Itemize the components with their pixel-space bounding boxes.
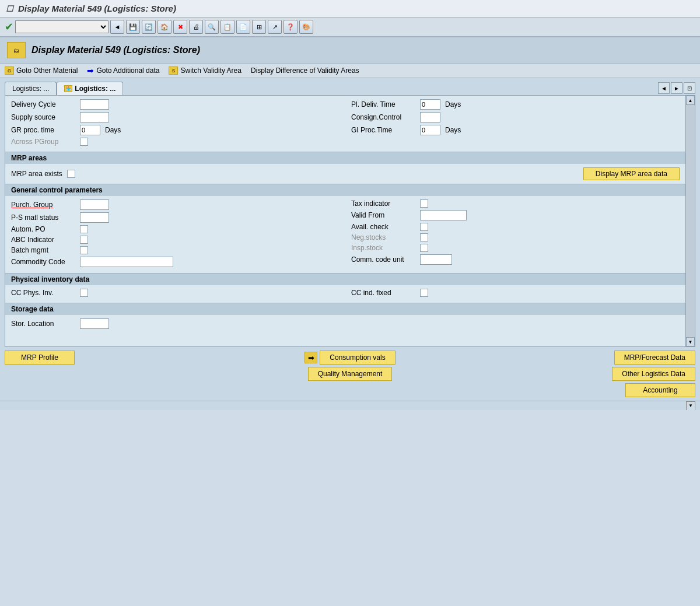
cc-ind-fixed-label: CC ind. fixed	[351, 289, 415, 297]
valid-from-label: Valid From	[351, 211, 415, 219]
neg-stocks-row: Neg.stocks	[351, 233, 680, 241]
refresh-btn[interactable]: 🔄	[142, 20, 156, 34]
app-header-title: Display Material 549 (Logistics: Store)	[32, 45, 200, 55]
back-btn[interactable]: ◄	[110, 20, 124, 34]
avail-check-label: Avail. check	[351, 223, 415, 231]
insp-stock-row: Insp.stock	[351, 244, 680, 252]
stor-location-input[interactable]	[80, 318, 109, 329]
nav-btn[interactable]: ↗	[268, 20, 282, 34]
home-btn[interactable]: 🏠	[158, 20, 172, 34]
cc-phys-inv-row: CC Phys. Inv.	[11, 289, 340, 297]
mrp-forecast-data-btn[interactable]: MRP/Forecast Data	[614, 351, 695, 365]
autom-po-row: Autom. PO	[11, 225, 340, 233]
general-control-section: General control parameters Purch. Group …	[5, 184, 685, 274]
green-check-icon[interactable]: ✔	[5, 20, 13, 33]
menu-goto-additional-label: Goto Additional data	[96, 66, 159, 75]
cc-ind-fixed-checkbox[interactable]	[420, 289, 428, 297]
consumption-vals-btn[interactable]: Consumption vals	[320, 351, 395, 365]
insp-stock-label: Insp.stock	[351, 244, 415, 252]
print-btn[interactable]: 🖨	[189, 20, 203, 34]
arrow-icon: ➡	[87, 66, 94, 75]
tab-logistics-1-label: Logistics: ...	[12, 85, 49, 93]
comm-code-unit-input[interactable]	[420, 254, 452, 265]
help-btn[interactable]: ❓	[284, 20, 298, 34]
hscroll-down-btn[interactable]: ▼	[686, 401, 695, 411]
gi-proc-time-input[interactable]	[420, 125, 440, 135]
mrp-areas-section: MRP areas MRP area exists Display MRP ar…	[5, 152, 685, 184]
pl-deliv-time-input[interactable]	[420, 99, 440, 110]
main-content: 🗂 Display Material 549 (Logistics: Store…	[0, 37, 700, 410]
paste-btn[interactable]: 📄	[236, 20, 250, 34]
switch-validity-icon: S	[169, 66, 178, 75]
insp-stock-checkbox[interactable]	[420, 244, 428, 252]
physical-inventory-header: Physical inventory data	[5, 274, 685, 285]
autom-po-checkbox[interactable]	[80, 225, 88, 233]
menu-display-diff[interactable]: Display Difference of Validity Areas	[251, 66, 359, 75]
across-pgroup-checkbox[interactable]	[80, 138, 88, 146]
accounting-btn[interactable]: Accounting	[625, 383, 695, 397]
valid-from-row: Valid From	[351, 210, 680, 220]
autom-po-label: Autom. PO	[11, 225, 75, 233]
menu-switch-validity-label: Switch Validity Area	[180, 66, 242, 75]
scroll-down-btn[interactable]: ▼	[686, 337, 695, 346]
batch-mgmt-checkbox[interactable]	[80, 246, 88, 254]
menu-goto-additional[interactable]: ➡ Goto Additional data	[87, 66, 159, 75]
mrp-profile-btn[interactable]: MRP Profile	[5, 351, 75, 365]
gi-proc-time-label: GI Proc.Time	[351, 126, 415, 134]
display-mrp-btn[interactable]: Display MRP area data	[583, 167, 680, 180]
find-btn[interactable]: 🔍	[205, 20, 219, 34]
other-logistics-data-btn[interactable]: Other Logistics Data	[612, 367, 695, 381]
cc-phys-inv-label: CC Phys. Inv.	[11, 289, 75, 297]
save-btn[interactable]: 💾	[126, 20, 140, 34]
gi-proc-time-unit: Days	[445, 126, 461, 134]
menu-goto-other-label: Goto Other Material	[16, 66, 78, 75]
scroll-up-btn[interactable]: ▲	[686, 96, 695, 105]
delivery-cycle-input[interactable]	[80, 99, 109, 110]
supply-source-input[interactable]	[80, 112, 109, 122]
abc-indicator-checkbox[interactable]	[80, 236, 88, 244]
physical-inventory-section: Physical inventory data CC Phys. Inv. CC…	[5, 274, 685, 303]
batch-mgmt-row: Batch mgmt	[11, 246, 340, 254]
storage-data-section: Storage data Stor. Location	[5, 303, 685, 346]
menu-switch-validity[interactable]: S Switch Validity Area	[169, 66, 242, 75]
delivery-cycle-row: Delivery Cycle	[11, 99, 340, 110]
across-pgroup-row: Across PGroup	[11, 138, 340, 146]
avail-check-checkbox[interactable]	[420, 223, 428, 231]
app-header: 🗂 Display Material 549 (Logistics: Store…	[0, 37, 700, 64]
tab-expand-btn[interactable]: ⊡	[684, 82, 695, 94]
valid-from-input[interactable]	[420, 210, 467, 220]
cc-phys-inv-checkbox[interactable]	[80, 289, 88, 297]
layout-btn[interactable]: ⊞	[252, 20, 266, 34]
purch-group-label: Purch. Group	[11, 201, 75, 209]
consign-control-label: Consign.Control	[351, 113, 415, 121]
mrp-areas-header: MRP areas	[5, 152, 685, 164]
supply-source-row: Supply source	[11, 112, 340, 122]
tab-prev-btn[interactable]: ◄	[658, 82, 670, 94]
tab-icon: 🏪	[64, 85, 72, 92]
menu-goto-other[interactable]: G Goto Other Material	[5, 66, 78, 75]
quality-management-btn[interactable]: Quality Management	[308, 367, 393, 381]
copy-btn[interactable]: 📋	[220, 20, 235, 34]
tab-logistics-2[interactable]: 🏪 Logistics: ...	[57, 82, 123, 96]
window-icon: ☐	[6, 4, 13, 13]
ps-matl-status-input[interactable]	[80, 212, 109, 223]
goto-other-icon: G	[5, 66, 14, 75]
command-input[interactable]	[15, 20, 108, 33]
stop-btn[interactable]: ✖	[173, 20, 187, 34]
purch-group-input[interactable]	[80, 199, 109, 210]
tab-next-btn[interactable]: ►	[671, 82, 682, 94]
consign-control-input[interactable]	[420, 112, 440, 122]
title-bar: ☐ Display Material 549 (Logistics: Store…	[0, 0, 700, 17]
neg-stocks-checkbox[interactable]	[420, 233, 428, 241]
comm-code-unit-label: Comm. code unit	[351, 255, 415, 264]
gr-proc-time-input[interactable]	[80, 125, 100, 135]
commodity-code-input[interactable]	[80, 257, 173, 267]
tab-logistics-1[interactable]: Logistics: ...	[5, 82, 57, 95]
storage-data-header: Storage data	[5, 303, 685, 315]
tax-indicator-checkbox[interactable]	[420, 199, 428, 208]
mrp-area-exists-checkbox[interactable]	[67, 170, 75, 178]
color-btn[interactable]: 🎨	[299, 20, 313, 34]
general-control-header: General control parameters	[5, 184, 685, 196]
cc-ind-fixed-row: CC ind. fixed	[351, 289, 680, 297]
abc-indicator-label: ABC Indicator	[11, 236, 75, 244]
